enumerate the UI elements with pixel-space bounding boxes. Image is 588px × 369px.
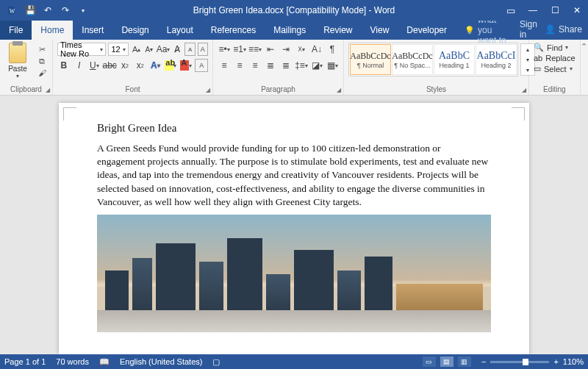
save-icon[interactable]: 💾 <box>24 4 37 17</box>
italic-icon[interactable]: I <box>73 59 86 72</box>
tab-design[interactable]: Design <box>112 21 157 40</box>
tell-me-search[interactable]: 💡Tell me what you want to do... <box>456 21 520 40</box>
font-launcher-icon[interactable]: ◢ <box>206 87 210 93</box>
document-title-text[interactable]: Bright Green Idea <box>97 122 491 135</box>
undo-icon[interactable]: ↶ <box>41 4 54 17</box>
align-left-icon[interactable]: ≡ <box>218 59 231 72</box>
copy-icon[interactable]: ⧉ <box>36 56 48 66</box>
tab-home[interactable]: Home <box>32 21 73 40</box>
style-name: ¶ Normal <box>357 62 384 69</box>
underline-icon[interactable]: U▾ <box>87 59 101 72</box>
image-skyline <box>97 234 491 315</box>
word-count[interactable]: 70 words <box>56 357 89 366</box>
align-right-icon[interactable]: ≡ <box>248 59 262 72</box>
bold-icon[interactable]: B <box>57 59 71 72</box>
find-label: Find <box>547 43 562 52</box>
grow-font-icon[interactable]: A▴ <box>131 43 141 56</box>
group-label-editing: Editing <box>534 84 576 93</box>
styles-launcher-icon[interactable]: ◢ <box>522 87 526 93</box>
minimize-button[interactable]: — <box>522 0 544 21</box>
qat-customize-icon[interactable]: ▾ <box>76 4 90 17</box>
align-center-icon[interactable]: ≡ <box>233 59 246 72</box>
sort-icon[interactable]: A↓ <box>310 43 323 56</box>
numbering-icon[interactable]: ≡1▾ <box>233 43 246 56</box>
style-preview: AaBbCcDc <box>350 51 390 62</box>
change-case-icon[interactable]: Aa▾ <box>157 43 170 56</box>
increase-indent-icon[interactable]: ⇥ <box>279 43 293 56</box>
justify-icon[interactable]: ≣ <box>264 59 277 72</box>
tab-layout[interactable]: Layout <box>158 21 202 40</box>
print-layout-icon[interactable]: ▤ <box>440 357 453 367</box>
close-button[interactable]: ✕ <box>566 0 588 21</box>
zoom-in-icon[interactable]: + <box>553 357 558 366</box>
language-status[interactable]: English (United States) <box>120 357 203 366</box>
tab-view[interactable]: View <box>362 21 398 40</box>
document-body-text[interactable]: A Green Seeds Fund would provide funding… <box>97 142 491 209</box>
select-button[interactable]: ▭Select▾ <box>534 64 576 74</box>
style-heading-2[interactable]: AaBbCcI Heading 2 <box>476 44 517 75</box>
tab-insert[interactable]: Insert <box>73 21 112 40</box>
highlight-color-icon[interactable]: ab▾ <box>164 59 177 72</box>
font-name-combo[interactable]: Times New Ro▾ <box>57 43 106 56</box>
chevron-down-icon: ▾ <box>100 46 103 53</box>
char-border-icon[interactable]: A <box>198 43 208 56</box>
phonetic-guide-icon[interactable]: A <box>184 43 195 56</box>
spell-check-icon[interactable]: 📖 <box>99 357 110 367</box>
web-layout-icon[interactable]: ▥ <box>458 357 471 367</box>
replace-button[interactable]: abReplace <box>534 54 576 62</box>
distributed-icon[interactable]: ≣ <box>279 59 293 72</box>
zoom-level[interactable]: 110% <box>563 357 584 366</box>
shrink-font-icon[interactable]: A▾ <box>144 43 154 56</box>
tab-file[interactable]: File <box>0 21 32 40</box>
paragraph-launcher-icon[interactable]: ◢ <box>337 87 341 93</box>
styles-gallery[interactable]: AaBbCcDc ¶ Normal AaBbCcDc ¶ No Spac... … <box>348 43 518 76</box>
char-shading-icon[interactable]: A <box>195 59 208 72</box>
zoom-thumb[interactable] <box>523 359 528 365</box>
style-normal[interactable]: AaBbCcDc ¶ Normal <box>350 44 391 75</box>
paste-button[interactable]: Paste ▾ <box>4 43 31 79</box>
show-hide-icon[interactable]: ¶ <box>326 43 339 56</box>
zoom-slider[interactable] <box>490 361 549 363</box>
page-number[interactable]: Page 1 of 1 <box>4 357 46 366</box>
ribbon-options-icon[interactable]: ▭ <box>500 0 522 21</box>
tab-review[interactable]: Review <box>315 21 361 40</box>
line-spacing-icon[interactable]: ‡≡▾ <box>295 59 308 72</box>
font-color-icon[interactable]: A▾ <box>179 59 193 72</box>
document-canvas[interactable]: Bright Green Idea A Green Seeds Fund wou… <box>0 96 588 354</box>
read-mode-icon[interactable]: ▭ <box>423 357 436 367</box>
replace-label: Replace <box>545 54 575 62</box>
clipboard-launcher-icon[interactable]: ◢ <box>46 87 50 93</box>
style-no-spacing[interactable]: AaBbCcDc ¶ No Spac... <box>392 44 433 75</box>
sign-in-link[interactable]: Sign in <box>520 19 537 40</box>
find-button[interactable]: 🔍Find▾ <box>534 43 576 52</box>
style-heading-1[interactable]: AaBbC Heading 1 <box>434 44 475 75</box>
macro-icon[interactable]: ▢ <box>212 357 220 367</box>
document-image[interactable] <box>97 215 491 332</box>
zoom-out-icon[interactable]: − <box>481 357 486 366</box>
tab-developer[interactable]: Developer <box>398 21 456 40</box>
tab-references[interactable]: References <box>202 21 265 40</box>
share-button[interactable]: 👤Share <box>545 24 582 35</box>
superscript-icon[interactable]: x2 <box>134 59 147 72</box>
font-size-combo[interactable]: 12▾ <box>108 43 129 56</box>
shading-icon[interactable]: ◪▾ <box>310 59 323 72</box>
bullets-icon[interactable]: ≡•▾ <box>218 43 231 56</box>
subscript-icon[interactable]: x2 <box>118 59 132 72</box>
word-app-icon[interactable]: W <box>6 4 19 17</box>
maximize-button[interactable]: ☐ <box>544 0 566 21</box>
borders-icon[interactable]: ▦▾ <box>326 59 339 72</box>
strikethrough-icon[interactable]: abc <box>103 59 116 72</box>
style-preview: AaBbC <box>439 50 470 62</box>
collapse-ribbon-icon[interactable]: ⌃ <box>581 40 588 95</box>
multilevel-list-icon[interactable]: ≡≡▾ <box>248 43 262 56</box>
font-size-value: 12 <box>111 45 120 54</box>
clear-formatting-icon[interactable]: A̷ <box>172 43 182 56</box>
tab-mailings[interactable]: Mailings <box>265 21 315 40</box>
group-styles: AaBbCcDc ¶ Normal AaBbCcDc ¶ No Spac... … <box>344 40 529 95</box>
text-effects-icon[interactable]: A▾ <box>149 59 162 72</box>
decrease-indent-icon[interactable]: ⇤ <box>264 43 277 56</box>
asian-layout-icon[interactable]: ☓▾ <box>295 43 308 56</box>
cut-icon[interactable]: ✂ <box>36 44 48 54</box>
format-painter-icon[interactable]: 🖌 <box>36 68 48 78</box>
redo-icon[interactable]: ↷ <box>59 4 72 17</box>
